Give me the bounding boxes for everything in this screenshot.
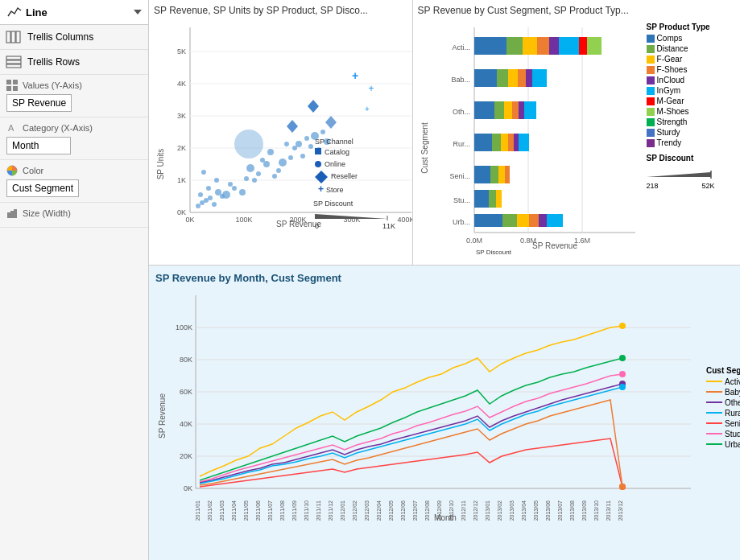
legend-label-seniors: Seniors	[725, 419, 740, 428]
legend-item-active-singles: Active Singles	[706, 377, 740, 386]
svg-text:2013/07: 2013/07	[557, 500, 563, 521]
svg-text:2013/12: 2013/12	[618, 500, 623, 521]
svg-text:2K: 2K	[177, 144, 186, 152]
svg-rect-10	[13, 86, 18, 91]
color-value[interactable]: Cust Segment	[6, 179, 79, 197]
svg-text:0: 0	[315, 222, 319, 230]
svg-text:Cust Segment: Cust Segment	[420, 122, 429, 174]
svg-point-55	[263, 161, 270, 167]
svg-text:A: A	[8, 123, 14, 133]
bottom-chart-title: SP Revenue by Month, Cust Segment	[155, 272, 734, 284]
svg-point-49	[239, 189, 246, 196]
svg-rect-80	[315, 148, 321, 154]
svg-point-39	[198, 192, 203, 197]
svg-rect-132	[501, 134, 508, 151]
svg-point-36	[200, 200, 205, 205]
svg-point-209	[619, 484, 626, 490]
svg-text:60K: 60K	[180, 388, 192, 396]
dropdown-arrow-icon	[134, 8, 142, 16]
values-y-axis-section: Values (Y-Axis) SP Revenue	[0, 75, 148, 117]
svg-text:2011/05: 2011/05	[243, 500, 249, 521]
svg-text:Online: Online	[325, 160, 345, 168]
svg-text:400K: 400K	[397, 216, 412, 224]
svg-rect-138	[498, 166, 505, 183]
svg-point-45	[222, 191, 230, 199]
svg-text:2013/11: 2013/11	[606, 500, 611, 521]
svg-point-58	[276, 168, 281, 173]
svg-text:2011/10: 2011/10	[304, 500, 309, 521]
svg-point-82	[315, 161, 321, 167]
scatter-chart-title: SP Revenue, SP Units by SP Product, SP D…	[154, 5, 407, 16]
legend-item-incloud: InCloud	[647, 76, 725, 84]
color-icon	[6, 165, 18, 176]
svg-text:2011/03: 2011/03	[219, 500, 225, 521]
sp-discount-triangle	[647, 163, 719, 180]
legend-label-fshoes: F-Shoes	[657, 65, 688, 74]
line-chart-legend: Cust Segment Active Singles Baby Boomers…	[703, 363, 740, 454]
svg-point-48	[214, 178, 219, 183]
chart-type-selector[interactable]: Line	[0, 0, 148, 25]
svg-rect-145	[517, 214, 529, 227]
svg-text:2013/01: 2013/01	[485, 500, 490, 521]
values-y-axis-value[interactable]: SP Revenue	[6, 94, 72, 112]
trellis-rows-icon	[6, 56, 21, 68]
svg-text:SP Units: SP Units	[156, 149, 165, 180]
svg-text:3K: 3K	[177, 112, 186, 120]
svg-point-47	[228, 182, 233, 187]
svg-point-54	[256, 171, 261, 176]
svg-text:2011/06: 2011/06	[255, 500, 261, 521]
color-section: Color Cust Segment	[0, 160, 148, 203]
svg-rect-4	[6, 56, 21, 60]
svg-text:2013/09: 2013/09	[581, 500, 587, 521]
legend-item-mgear: M-Gear	[647, 97, 725, 105]
svg-rect-5	[6, 60, 21, 64]
svg-text:2012/10: 2012/10	[449, 500, 454, 521]
svg-text:4K: 4K	[177, 80, 186, 88]
svg-rect-133	[508, 134, 514, 151]
svg-text:Bab...: Bab...	[451, 76, 470, 84]
svg-text:+: +	[352, 69, 358, 82]
svg-rect-124	[474, 101, 494, 119]
svg-rect-148	[547, 214, 563, 227]
svg-rect-116	[579, 37, 587, 55]
svg-text:Seni...: Seni...	[449, 172, 470, 180]
svg-rect-123	[532, 69, 547, 87]
category-x-axis-value[interactable]: Month	[6, 137, 71, 154]
svg-rect-118	[474, 69, 497, 87]
svg-rect-112	[523, 37, 537, 55]
svg-rect-120	[508, 69, 518, 87]
svg-text:SP Revenue: SP Revenue	[532, 241, 577, 250]
svg-point-72	[234, 130, 263, 159]
svg-marker-78	[325, 116, 337, 129]
legend-label-strength: Strength	[657, 117, 688, 126]
svg-point-60	[267, 149, 274, 155]
svg-rect-147	[539, 214, 547, 227]
svg-text:SP Channel: SP Channel	[315, 138, 353, 146]
svg-point-62	[292, 146, 297, 150]
svg-text:2013/03: 2013/03	[509, 500, 515, 521]
legend-label-incloud: InCloud	[657, 76, 684, 84]
svg-text:2011/04: 2011/04	[231, 500, 237, 521]
svg-text:2011/12: 2011/12	[328, 500, 333, 521]
svg-text:+: +	[368, 83, 374, 94]
sidebar-item-trellis-columns[interactable]: Trellis Columns	[0, 25, 148, 50]
svg-marker-89	[315, 214, 387, 219]
svg-rect-1	[6, 31, 10, 43]
svg-point-41	[215, 189, 221, 196]
svg-point-52	[246, 164, 254, 172]
svg-point-43	[196, 204, 201, 208]
svg-text:0K: 0K	[185, 216, 194, 224]
svg-rect-127	[512, 101, 519, 119]
svg-text:2012/12: 2012/12	[473, 500, 478, 521]
sp-discount-min: 218	[647, 182, 659, 190]
sidebar-item-trellis-rows[interactable]: Trellis Rows	[0, 50, 148, 75]
svg-text:20K: 20K	[180, 452, 192, 460]
svg-rect-125	[494, 101, 504, 119]
bar-chart-legend: SP Product Type Comps Distance F-Gear	[643, 19, 728, 253]
svg-text:2013/10: 2013/10	[593, 500, 599, 521]
top-charts-row: SP Revenue, SP Units by SP Product, SP D…	[149, 0, 740, 266]
product-type-legend-title: SP Product Type	[647, 23, 725, 31]
legend-item-others: Others	[706, 398, 740, 407]
svg-text:2011/11: 2011/11	[316, 500, 321, 521]
chart-type-label: Line	[26, 6, 48, 19]
